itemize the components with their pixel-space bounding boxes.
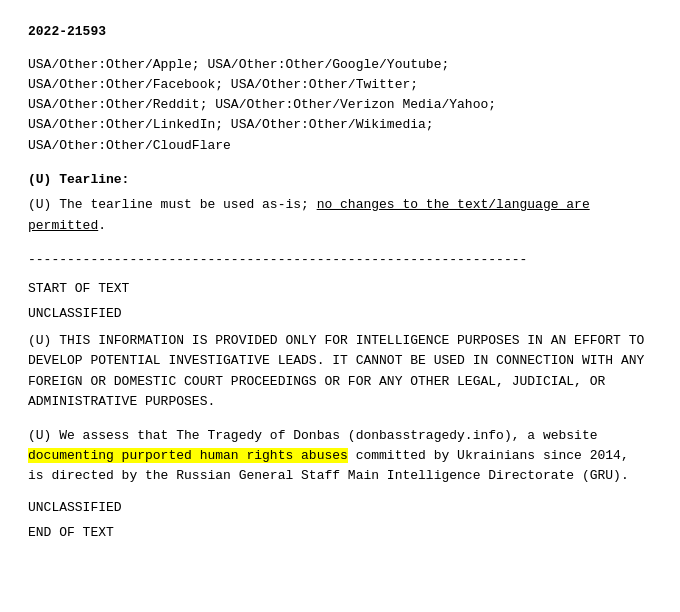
dash-divider: ----------------------------------------…: [28, 252, 652, 267]
organizations-block: USA/Other:Other/Apple; USA/Other:Other/G…: [28, 55, 652, 156]
assessment-before: (U) We assess that The Tragedy of Donbas…: [28, 428, 598, 443]
assessment-highlighted: documenting purported human rights abuse…: [28, 448, 348, 463]
document-container: 2022-21593 USA/Other:Other/Apple; USA/Ot…: [28, 24, 652, 540]
paragraph-disclaimer: (U) THIS INFORMATION IS PROVIDED ONLY FO…: [28, 331, 652, 412]
tearline-after: .: [98, 218, 106, 233]
org-line-5: USA/Other:Other/CloudFlare: [28, 138, 231, 153]
org-line-2: USA/Other:Other/Facebook; USA/Other:Othe…: [28, 77, 418, 92]
tearline-before: (U) The tearline must be used as-is;: [28, 197, 317, 212]
tearline-label: (U) Tearline:: [28, 172, 652, 187]
org-line-3: USA/Other:Other/Reddit; USA/Other:Other/…: [28, 97, 496, 112]
tearline-text: (U) The tearline must be used as-is; no …: [28, 195, 652, 237]
end-label: END OF TEXT: [28, 525, 652, 540]
document-id: 2022-21593: [28, 24, 652, 39]
org-line-1: USA/Other:Other/Apple; USA/Other:Other/G…: [28, 57, 449, 72]
start-label: START OF TEXT: [28, 281, 652, 296]
org-line-4: USA/Other:Other/LinkedIn; USA/Other:Othe…: [28, 117, 434, 132]
paragraph-assessment: (U) We assess that The Tragedy of Donbas…: [28, 426, 652, 486]
tearline-section: (U) Tearline: (U) The tearline must be u…: [28, 172, 652, 237]
classification-top: UNCLASSIFIED: [28, 306, 652, 321]
classification-bottom: UNCLASSIFIED: [28, 500, 652, 515]
